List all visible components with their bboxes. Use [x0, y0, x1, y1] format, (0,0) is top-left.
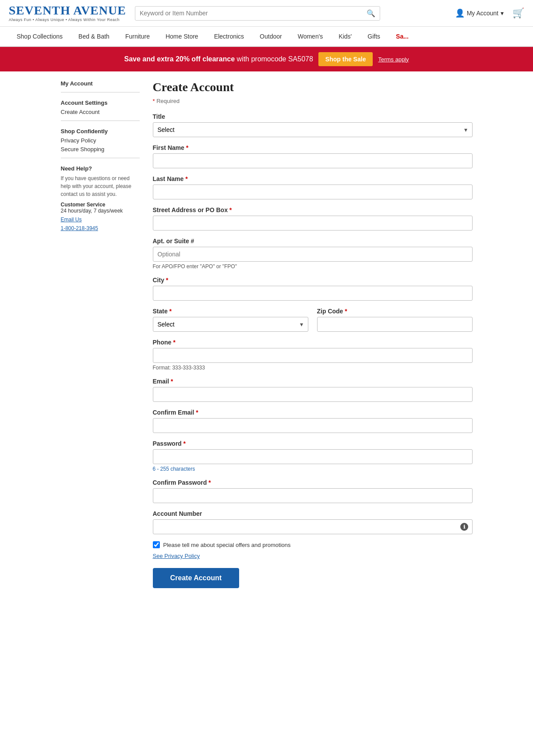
apt-suite-hint: For APO/FPO enter "APO" or "FPO": [153, 263, 473, 270]
phone-req: *: [171, 339, 175, 346]
promo-terms-link[interactable]: Terms apply: [378, 56, 409, 63]
form-title: Create Account: [153, 80, 473, 94]
confirm-password-req: *: [207, 479, 211, 486]
see-privacy-policy-link[interactable]: See Privacy Policy: [153, 553, 473, 559]
confirm-password-input[interactable]: [153, 488, 473, 503]
promo-checkbox-label: Please tell me about special offers and …: [163, 542, 291, 548]
password-input[interactable]: [153, 449, 473, 464]
nav-item-kids[interactable]: Kids': [331, 27, 360, 46]
account-number-input[interactable]: [153, 519, 473, 534]
email-req: *: [169, 378, 173, 385]
last-name-label: Last Name *: [153, 175, 473, 182]
city-req: *: [164, 277, 168, 284]
confirm-password-label: Confirm Password *: [153, 479, 473, 486]
logo-text: SEVENTH AVENUE: [9, 4, 126, 17]
confirm-email-group: Confirm Email *: [153, 409, 473, 433]
apt-suite-input[interactable]: [153, 247, 473, 262]
sidebar-secure-shopping-link[interactable]: Secure Shopping: [61, 146, 140, 153]
confirm-email-label: Confirm Email *: [153, 409, 473, 416]
zip-input[interactable]: [317, 317, 473, 332]
promo-checkbox-row: Please tell me about special offers and …: [153, 541, 473, 548]
title-select[interactable]: Select Mr. Mrs. Ms. Dr.: [153, 122, 473, 137]
apt-suite-label: Apt. or Suite #: [153, 238, 473, 245]
street-address-req: *: [228, 206, 232, 213]
state-label: State *: [153, 308, 308, 315]
nav-item-home-store[interactable]: Home Store: [158, 27, 206, 46]
sidebar: My Account Account Settings Create Accou…: [61, 80, 140, 588]
account-number-group: Account Number ℹ: [153, 510, 473, 534]
password-label: Password *: [153, 440, 473, 447]
sidebar-email-link[interactable]: Email Us: [61, 217, 140, 223]
title-select-wrapper: Select Mr. Mrs. Ms. Dr.: [153, 122, 473, 137]
zip-req: *: [343, 308, 347, 315]
sidebar-hours: 24 hours/day, 7 days/week: [61, 208, 140, 214]
nav-item-shop-collections[interactable]: Shop Collections: [9, 27, 71, 46]
first-name-req: *: [184, 144, 188, 151]
search-area: 🔍: [135, 6, 380, 21]
first-name-input[interactable]: [153, 153, 473, 168]
my-account-button[interactable]: 👤 My Account ▾: [455, 8, 504, 18]
header-right: 👤 My Account ▾ 🛒: [455, 7, 524, 19]
nav-item-furniture[interactable]: Furniture: [117, 27, 158, 46]
phone-hint: Format: 333-333-3333: [153, 365, 473, 371]
info-icon[interactable]: ℹ: [460, 523, 468, 531]
required-star: *: [153, 98, 155, 104]
street-address-group: Street Address or PO Box *: [153, 206, 473, 231]
search-input[interactable]: [140, 10, 367, 17]
state-zip-row: State * Select AL AK AZ AR CA CO CT FL N…: [153, 308, 473, 339]
sidebar-shop-confidently-title: Shop Confidently: [61, 128, 140, 135]
title-label: Title: [153, 113, 473, 120]
sidebar-help-text: If you have questions or need help with …: [61, 174, 140, 198]
user-icon: 👤: [455, 8, 465, 18]
sidebar-divider-2: [61, 121, 140, 121]
city-input[interactable]: [153, 286, 473, 301]
confirm-password-group: Confirm Password *: [153, 479, 473, 503]
sidebar-need-help-title: Need Help?: [61, 165, 140, 172]
promo-banner: Save and extra 20% off clearance with pr…: [0, 47, 533, 71]
promo-regular-text: with promocode SA5078: [237, 55, 313, 63]
street-address-input[interactable]: [153, 216, 473, 231]
apt-suite-group: Apt. or Suite # For APO/FPO enter "APO" …: [153, 238, 473, 270]
email-label: Email *: [153, 378, 473, 385]
nav-item-electronics[interactable]: Electronics: [206, 27, 252, 46]
state-req: *: [168, 308, 172, 315]
state-select[interactable]: Select AL AK AZ AR CA CO CT FL NY TX: [153, 317, 308, 332]
nav-item-gifts[interactable]: Gifts: [360, 27, 388, 46]
nav-item-bed-bath[interactable]: Bed & Bath: [71, 27, 117, 46]
promo-checkbox[interactable]: [153, 541, 160, 548]
promo-shop-button[interactable]: Shop the Sale: [318, 52, 373, 66]
sidebar-account-settings-title: Account Settings: [61, 99, 140, 106]
password-req: *: [182, 440, 186, 447]
nav-item-sale[interactable]: Sa...: [388, 27, 417, 46]
chevron-down-icon: ▾: [501, 10, 504, 17]
sidebar-divider-3: [61, 158, 140, 158]
city-group: City *: [153, 277, 473, 301]
logo-tagline: Always Fun • Always Unique • Always With…: [9, 18, 126, 22]
create-account-button[interactable]: Create Account: [153, 568, 240, 588]
sidebar-divider-1: [61, 92, 140, 92]
email-group: Email *: [153, 378, 473, 402]
phone-group: Phone * Format: 333-333-3333: [153, 339, 473, 371]
nav-item-outdoor[interactable]: Outdoor: [252, 27, 290, 46]
password-hint: 6 - 255 characters: [153, 466, 473, 472]
sidebar-phone-link[interactable]: 1-800-218-3945: [61, 225, 140, 231]
account-number-wrapper: ℹ: [153, 519, 473, 534]
zip-group: Zip Code *: [317, 308, 473, 332]
nav-item-womens[interactable]: Women's: [290, 27, 331, 46]
phone-label: Phone *: [153, 339, 473, 346]
confirm-email-input[interactable]: [153, 418, 473, 433]
confirm-email-req: *: [194, 409, 198, 416]
sidebar-my-account-title: My Account: [61, 80, 140, 87]
phone-input[interactable]: [153, 348, 473, 363]
account-number-label: Account Number: [153, 510, 473, 517]
last-name-input[interactable]: [153, 185, 473, 199]
sidebar-create-account-link[interactable]: Create Account: [61, 109, 140, 115]
cart-button[interactable]: 🛒: [512, 7, 524, 19]
city-label: City *: [153, 277, 473, 284]
email-input[interactable]: [153, 387, 473, 402]
last-name-group: Last Name *: [153, 175, 473, 199]
sidebar-privacy-policy-link[interactable]: Privacy Policy: [61, 137, 140, 144]
street-address-label: Street Address or PO Box *: [153, 206, 473, 213]
logo: SEVENTH AVENUE Always Fun • Always Uniqu…: [9, 4, 126, 22]
create-account-form-area: Create Account * Required Title Select M…: [153, 80, 473, 588]
